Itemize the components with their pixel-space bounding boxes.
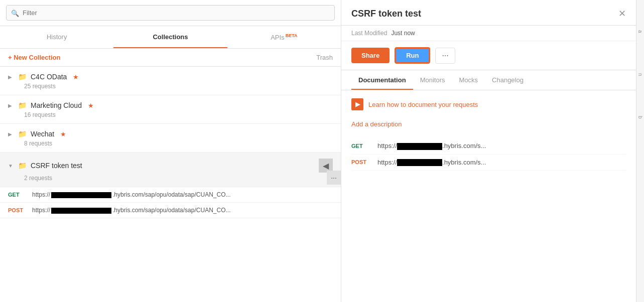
learn-text: Learn how to document your requests bbox=[368, 101, 478, 108]
collection-name-mc: Marketing Cloud bbox=[31, 101, 82, 109]
right-redacted-post bbox=[397, 159, 442, 166]
star-icon-wechat: ★ bbox=[60, 130, 66, 138]
right-request-get[interactable]: GET https://.hybris.com/s... bbox=[351, 138, 626, 155]
left-tabs: History Collections APIsBETA bbox=[0, 26, 341, 49]
share-button[interactable]: Share bbox=[351, 48, 390, 63]
learn-banner[interactable]: ▶ Learn how to document your requests bbox=[351, 98, 626, 110]
collection-requests-wechat: 8 requests bbox=[0, 140, 341, 152]
tab-history[interactable]: History bbox=[0, 26, 113, 48]
tab-monitors[interactable]: Monitors bbox=[413, 70, 452, 90]
request-item-get[interactable]: GET https://.hybris.com/sap/opu/odata/sa… bbox=[0, 187, 341, 203]
collection-name-c4c: C4C OData bbox=[31, 73, 67, 81]
search-input[interactable] bbox=[6, 5, 335, 21]
tab-documentation[interactable]: Documentation bbox=[351, 70, 413, 90]
collections-list: ▶ 📁 C4C OData ★ 25 requests ▶ 📁 Marketin… bbox=[0, 67, 341, 302]
method-get-label: GET bbox=[8, 192, 26, 198]
trash-button[interactable]: Trash bbox=[316, 54, 333, 61]
search-bar: 🔍 bbox=[0, 0, 341, 26]
close-button[interactable]: ✕ bbox=[618, 8, 626, 19]
folder-icon-csrf: 📁 bbox=[18, 162, 27, 170]
edge-mark-2: n bbox=[637, 73, 643, 76]
more-options-button[interactable]: ··· bbox=[327, 171, 341, 185]
tab-apis[interactable]: APIsBETA bbox=[227, 26, 341, 48]
beta-badge: BETA bbox=[286, 33, 298, 38]
right-url-get: https://.hybris.com/s... bbox=[377, 142, 486, 150]
run-button[interactable]: Run bbox=[395, 47, 430, 64]
star-icon-c4c: ★ bbox=[73, 73, 79, 81]
folder-icon-mc: 📁 bbox=[18, 101, 27, 109]
redacted-block-get bbox=[51, 192, 111, 198]
action-row: Share Run ··· bbox=[341, 41, 636, 70]
right-edge: a n b bbox=[636, 0, 644, 302]
new-collection-button[interactable]: + New Collection bbox=[8, 54, 60, 61]
folder-icon-c4c: 📁 bbox=[18, 73, 27, 81]
method-post-label: POST bbox=[8, 207, 26, 213]
request-item-post[interactable]: POST https://.hybris.com/sap/opu/odata/s… bbox=[0, 203, 341, 218]
expand-icon-c4c: ▶ bbox=[8, 74, 14, 80]
edge-mark-3: b bbox=[637, 116, 643, 119]
edge-mark-1: a bbox=[637, 30, 643, 33]
collection-item-csrf[interactable]: ▼ 📁 CSRF token test ◀ 2 requests ··· bbox=[0, 153, 341, 187]
meta-row: Last Modified Just now bbox=[341, 26, 636, 41]
star-icon-mc: ★ bbox=[88, 102, 94, 109]
tab-collections[interactable]: Collections bbox=[113, 26, 227, 48]
redacted-block-post bbox=[51, 208, 111, 214]
expand-icon-csrf: ▼ bbox=[8, 163, 14, 169]
more-actions-button[interactable]: ··· bbox=[435, 48, 455, 64]
collection-item-mc[interactable]: ▶ 📁 Marketing Cloud ★ 16 requests bbox=[0, 95, 341, 124]
collection-requests-csrf: 2 requests ··· bbox=[0, 175, 341, 187]
expand-icon-wechat: ▶ bbox=[8, 131, 14, 137]
request-url-post: https://.hybris.com/sap/opu/odata/sap/CU… bbox=[32, 207, 230, 214]
right-request-post[interactable]: POST https://.hybris.com/s... bbox=[351, 155, 626, 171]
collection-item-c4c[interactable]: ▶ 📁 C4C OData ★ 25 requests bbox=[0, 67, 341, 95]
add-description-link[interactable]: Add a description bbox=[351, 120, 626, 128]
collection-requests-mc: 16 requests bbox=[0, 111, 341, 123]
collection-name-csrf: CSRF token test bbox=[31, 162, 82, 170]
learn-icon: ▶ bbox=[351, 98, 363, 110]
last-modified-value: Just now bbox=[391, 30, 415, 37]
search-icon: 🔍 bbox=[11, 9, 19, 17]
left-panel: 🔍 History Collections APIsBETA + New Col… bbox=[0, 0, 341, 302]
expand-icon-mc: ▶ bbox=[8, 103, 14, 108]
right-method-get: GET bbox=[351, 143, 369, 149]
last-modified-label: Last Modified bbox=[351, 30, 387, 37]
panel-title: CSRF token test bbox=[351, 9, 421, 19]
right-tabs: Documentation Monitors Mocks Changelog bbox=[341, 70, 636, 90]
folder-icon-wechat: 📁 bbox=[18, 130, 27, 138]
collections-toolbar: + New Collection Trash bbox=[0, 49, 341, 67]
right-url-post: https://.hybris.com/s... bbox=[377, 159, 486, 167]
request-url-get: https://.hybris.com/sap/opu/odata/sap/CU… bbox=[32, 191, 230, 198]
right-method-post: POST bbox=[351, 159, 369, 165]
collection-requests-c4c: 25 requests bbox=[0, 83, 341, 95]
tab-changelog[interactable]: Changelog bbox=[485, 70, 531, 90]
right-panel: CSRF token test ✕ Last Modified Just now… bbox=[341, 0, 636, 302]
panel-header: CSRF token test ✕ bbox=[341, 0, 636, 26]
tab-mocks[interactable]: Mocks bbox=[452, 70, 485, 90]
collection-name-wechat: Wechat bbox=[31, 130, 54, 138]
right-redacted-get bbox=[397, 143, 442, 150]
collection-item-wechat[interactable]: ▶ 📁 Wechat ★ 8 requests bbox=[0, 124, 341, 153]
panel-content: ▶ Learn how to document your requests Ad… bbox=[341, 90, 636, 302]
